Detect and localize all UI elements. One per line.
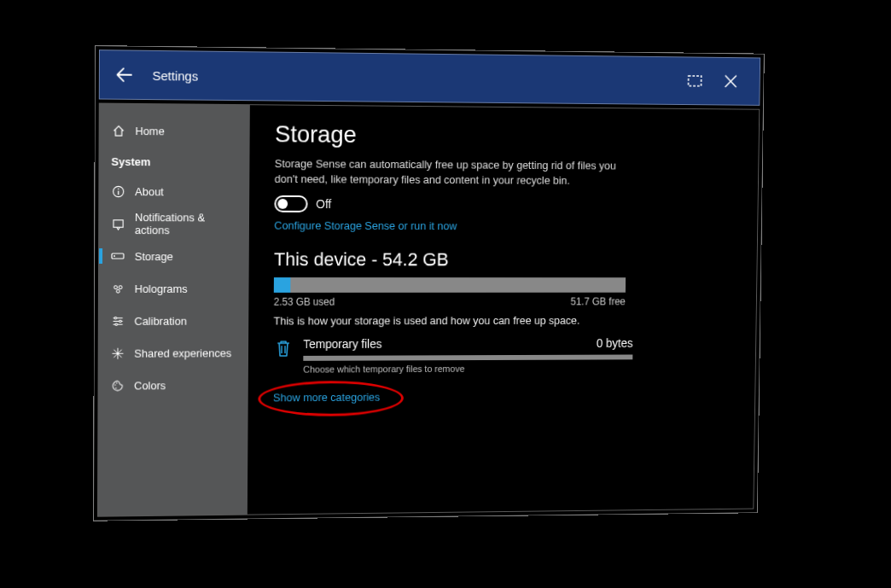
category-size: 0 bytes [597, 337, 633, 351]
notifications-icon [111, 217, 125, 230]
svg-point-12 [114, 323, 117, 325]
nav-label: About [135, 185, 164, 198]
free-label: 51.7 GB free [570, 296, 625, 308]
nav-calibration[interactable]: Calibration [99, 305, 249, 337]
follow-me-button[interactable] [678, 62, 713, 99]
window-title: Settings [153, 67, 199, 83]
nav-label: Storage [135, 250, 173, 263]
nav-label: Calibration [134, 314, 186, 327]
nav-notifications[interactable]: Notifications & actions [99, 207, 249, 240]
svg-point-11 [119, 320, 121, 323]
titlebar: Settings [99, 49, 760, 106]
storage-usage-bar [274, 277, 626, 293]
nav-home[interactable]: Home [100, 114, 250, 148]
category-name: Temporary files [303, 337, 381, 351]
category-bar [303, 355, 632, 361]
home-icon [112, 124, 125, 137]
back-arrow-icon [114, 65, 133, 84]
info-icon [111, 184, 125, 198]
svg-point-7 [114, 285, 117, 288]
settings-window: Settings Home System [93, 45, 765, 521]
storage-icon [111, 249, 125, 263]
nav-holograms[interactable]: Holograms [99, 272, 249, 305]
usage-hint: This is how your storage is used and how… [274, 314, 732, 328]
storage-usage-labels: 2.53 GB used 51.7 GB free [274, 296, 626, 308]
nav-section-system: System [99, 147, 249, 176]
client-area: Home System About Notifications & action… [97, 103, 760, 517]
storage-sense-description: Storage Sense can automatically free up … [275, 156, 627, 189]
svg-rect-0 [689, 76, 702, 86]
back-button[interactable] [112, 62, 136, 86]
nav-label: Notifications & actions [135, 211, 237, 236]
storage-usage-bar-used [274, 277, 291, 293]
calibration-icon [111, 314, 125, 328]
show-more-wrapper: Show more categories [273, 389, 380, 405]
close-button[interactable] [713, 63, 748, 100]
svg-point-9 [116, 289, 119, 293]
trash-icon [273, 338, 294, 365]
configure-storage-sense-link[interactable]: Configure Storage Sense or run it now [274, 219, 733, 233]
nav-label: Holograms [135, 282, 188, 295]
colors-icon [110, 379, 124, 393]
nav-about[interactable]: About [99, 175, 249, 208]
storage-sense-toggle[interactable] [274, 195, 307, 212]
category-temporary-files[interactable]: Temporary files 0 bytes Choose which tem… [273, 337, 632, 376]
nav-storage[interactable]: Storage [99, 240, 249, 272]
svg-point-15 [115, 387, 116, 389]
nav-colors[interactable]: Colors [98, 369, 248, 402]
nav-shared-experiences[interactable]: Shared experiences [99, 336, 249, 369]
holograms-icon [111, 282, 125, 295]
frame-icon [687, 74, 705, 88]
close-icon [724, 73, 738, 89]
svg-rect-2 [118, 190, 119, 195]
nav-label: Home [135, 124, 164, 137]
svg-point-6 [114, 255, 115, 257]
show-more-categories-link[interactable]: Show more categories [273, 391, 380, 404]
toggle-knob [277, 199, 288, 209]
used-label: 2.53 GB used [274, 296, 335, 308]
content-pane: Storage Storage Sense can automatically … [248, 105, 759, 514]
nav-label: Shared experiences [134, 346, 231, 359]
nav-label: Colors [134, 379, 166, 392]
svg-rect-3 [118, 188, 119, 189]
shared-experiences-icon [111, 346, 125, 360]
svg-rect-5 [112, 253, 124, 259]
svg-point-14 [116, 382, 117, 383]
toggle-state-label: Off [316, 197, 331, 211]
storage-sense-toggle-row: Off [274, 195, 733, 214]
sidebar: Home System About Notifications & action… [98, 104, 250, 516]
page-title: Storage [275, 120, 735, 151]
svg-point-10 [114, 317, 117, 319]
device-heading: This device - 54.2 GB [274, 249, 733, 271]
svg-point-13 [114, 384, 115, 386]
svg-point-8 [119, 285, 122, 288]
category-subtext: Choose which temporary files to remove [303, 364, 632, 375]
svg-rect-4 [113, 219, 122, 226]
